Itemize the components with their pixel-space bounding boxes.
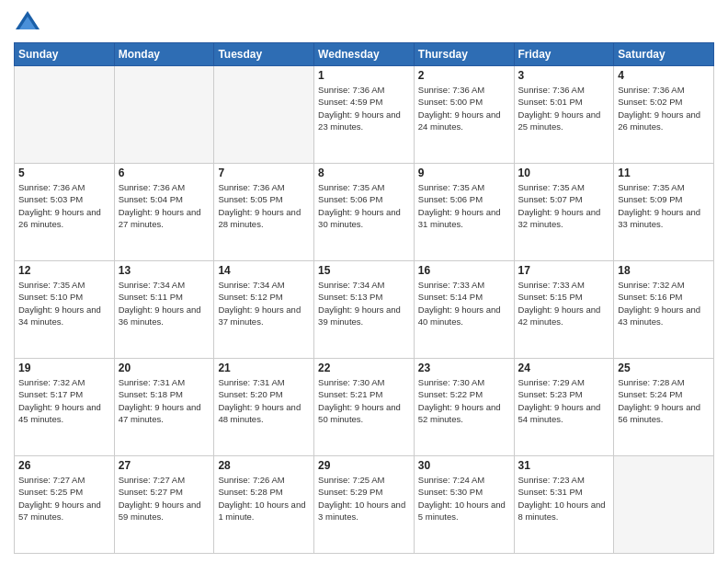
day-cell: 19Sunrise: 7:32 AM Sunset: 5:17 PM Dayli… <box>15 359 115 456</box>
day-number: 19 <box>18 362 110 374</box>
day-number: 12 <box>18 264 110 277</box>
day-number: 1 <box>318 69 410 82</box>
day-info: Sunrise: 7:35 AM Sunset: 5:07 PM Dayligh… <box>518 181 610 230</box>
day-cell: 29Sunrise: 7:25 AM Sunset: 5:29 PM Dayli… <box>314 456 415 554</box>
day-cell: 13Sunrise: 7:34 AM Sunset: 5:11 PM Dayli… <box>114 261 214 359</box>
logo-area <box>14 9 43 37</box>
day-cell: 9Sunrise: 7:35 AM Sunset: 5:06 PM Daylig… <box>414 164 514 261</box>
day-info: Sunrise: 7:36 AM Sunset: 5:02 PM Dayligh… <box>618 84 710 132</box>
day-number: 15 <box>318 264 410 277</box>
day-cell: 22Sunrise: 7:30 AM Sunset: 5:21 PM Dayli… <box>314 359 415 456</box>
day-cell <box>114 66 214 164</box>
week-row-4: 26Sunrise: 7:27 AM Sunset: 5:25 PM Dayli… <box>15 456 714 554</box>
header <box>14 9 714 37</box>
day-info: Sunrise: 7:26 AM Sunset: 5:28 PM Dayligh… <box>218 474 310 523</box>
day-cell: 4Sunrise: 7:36 AM Sunset: 5:02 PM Daylig… <box>614 66 714 164</box>
day-info: Sunrise: 7:36 AM Sunset: 5:05 PM Dayligh… <box>218 181 310 230</box>
day-number: 13 <box>119 264 210 277</box>
day-info: Sunrise: 7:25 AM Sunset: 5:29 PM Dayligh… <box>318 474 410 523</box>
day-cell: 18Sunrise: 7:32 AM Sunset: 5:16 PM Dayli… <box>614 261 714 359</box>
day-info: Sunrise: 7:33 AM Sunset: 5:14 PM Dayligh… <box>418 279 510 327</box>
day-cell: 21Sunrise: 7:31 AM Sunset: 5:20 PM Dayli… <box>214 359 314 456</box>
day-cell: 6Sunrise: 7:36 AM Sunset: 5:04 PM Daylig… <box>114 164 214 261</box>
day-cell: 15Sunrise: 7:34 AM Sunset: 5:13 PM Dayli… <box>314 261 415 359</box>
day-number: 25 <box>618 362 710 374</box>
day-info: Sunrise: 7:35 AM Sunset: 5:06 PM Dayligh… <box>318 181 410 230</box>
day-number: 6 <box>119 167 210 179</box>
weekday-sunday: Sunday <box>15 43 115 66</box>
day-info: Sunrise: 7:31 AM Sunset: 5:20 PM Dayligh… <box>218 376 310 425</box>
day-number: 20 <box>119 362 210 374</box>
day-info: Sunrise: 7:32 AM Sunset: 5:16 PM Dayligh… <box>618 279 710 327</box>
week-row-1: 5Sunrise: 7:36 AM Sunset: 5:03 PM Daylig… <box>15 164 714 261</box>
weekday-monday: Monday <box>114 43 214 66</box>
day-info: Sunrise: 7:32 AM Sunset: 5:17 PM Dayligh… <box>18 376 110 425</box>
page: SundayMondayTuesdayWednesdayThursdayFrid… <box>0 0 728 563</box>
day-cell: 14Sunrise: 7:34 AM Sunset: 5:12 PM Dayli… <box>214 261 314 359</box>
day-number: 4 <box>618 69 710 82</box>
day-info: Sunrise: 7:33 AM Sunset: 5:15 PM Dayligh… <box>518 279 610 327</box>
week-row-0: 1Sunrise: 7:36 AM Sunset: 4:59 PM Daylig… <box>15 66 714 164</box>
day-cell: 20Sunrise: 7:31 AM Sunset: 5:18 PM Dayli… <box>114 359 214 456</box>
day-info: Sunrise: 7:30 AM Sunset: 5:21 PM Dayligh… <box>318 376 410 425</box>
day-info: Sunrise: 7:34 AM Sunset: 5:13 PM Dayligh… <box>318 279 410 327</box>
week-row-2: 12Sunrise: 7:35 AM Sunset: 5:10 PM Dayli… <box>15 261 714 359</box>
calendar-table: SundayMondayTuesdayWednesdayThursdayFrid… <box>14 42 714 554</box>
weekday-friday: Friday <box>514 43 614 66</box>
day-cell: 31Sunrise: 7:23 AM Sunset: 5:31 PM Dayli… <box>514 456 614 554</box>
day-number: 17 <box>518 264 610 277</box>
day-number: 8 <box>318 167 410 179</box>
day-cell: 1Sunrise: 7:36 AM Sunset: 4:59 PM Daylig… <box>314 66 415 164</box>
day-info: Sunrise: 7:34 AM Sunset: 5:12 PM Dayligh… <box>218 279 310 327</box>
day-info: Sunrise: 7:28 AM Sunset: 5:24 PM Dayligh… <box>618 376 710 425</box>
day-cell: 7Sunrise: 7:36 AM Sunset: 5:05 PM Daylig… <box>214 164 314 261</box>
day-cell: 24Sunrise: 7:29 AM Sunset: 5:23 PM Dayli… <box>514 359 614 456</box>
day-cell: 28Sunrise: 7:26 AM Sunset: 5:28 PM Dayli… <box>214 456 314 554</box>
day-cell: 3Sunrise: 7:36 AM Sunset: 5:01 PM Daylig… <box>514 66 614 164</box>
day-info: Sunrise: 7:36 AM Sunset: 5:00 PM Dayligh… <box>418 84 510 132</box>
day-number: 24 <box>518 362 610 374</box>
day-number: 22 <box>318 362 410 374</box>
day-cell: 25Sunrise: 7:28 AM Sunset: 5:24 PM Dayli… <box>614 359 714 456</box>
day-cell: 27Sunrise: 7:27 AM Sunset: 5:27 PM Dayli… <box>114 456 214 554</box>
day-cell: 30Sunrise: 7:24 AM Sunset: 5:30 PM Dayli… <box>414 456 514 554</box>
day-cell: 23Sunrise: 7:30 AM Sunset: 5:22 PM Dayli… <box>414 359 514 456</box>
day-cell: 12Sunrise: 7:35 AM Sunset: 5:10 PM Dayli… <box>15 261 115 359</box>
day-number: 16 <box>418 264 510 277</box>
day-number: 18 <box>618 264 710 277</box>
day-cell <box>614 456 714 554</box>
logo-icon <box>14 9 41 37</box>
day-info: Sunrise: 7:27 AM Sunset: 5:25 PM Dayligh… <box>18 474 110 523</box>
day-info: Sunrise: 7:35 AM Sunset: 5:10 PM Dayligh… <box>18 279 110 327</box>
day-number: 26 <box>18 459 110 472</box>
day-info: Sunrise: 7:36 AM Sunset: 4:59 PM Dayligh… <box>318 84 410 132</box>
day-cell: 5Sunrise: 7:36 AM Sunset: 5:03 PM Daylig… <box>15 164 115 261</box>
day-info: Sunrise: 7:35 AM Sunset: 5:09 PM Dayligh… <box>618 181 710 230</box>
day-number: 2 <box>418 69 510 82</box>
day-info: Sunrise: 7:29 AM Sunset: 5:23 PM Dayligh… <box>518 376 610 425</box>
day-number: 30 <box>418 459 510 472</box>
day-number: 3 <box>518 69 610 82</box>
day-number: 31 <box>518 459 610 472</box>
day-info: Sunrise: 7:31 AM Sunset: 5:18 PM Dayligh… <box>119 376 210 425</box>
day-info: Sunrise: 7:27 AM Sunset: 5:27 PM Dayligh… <box>119 474 210 523</box>
week-row-3: 19Sunrise: 7:32 AM Sunset: 5:17 PM Dayli… <box>15 359 714 456</box>
day-cell <box>15 66 115 164</box>
weekday-saturday: Saturday <box>614 43 714 66</box>
day-cell: 10Sunrise: 7:35 AM Sunset: 5:07 PM Dayli… <box>514 164 614 261</box>
day-info: Sunrise: 7:24 AM Sunset: 5:30 PM Dayligh… <box>418 474 510 523</box>
day-number: 9 <box>418 167 510 179</box>
day-cell: 16Sunrise: 7:33 AM Sunset: 5:14 PM Dayli… <box>414 261 514 359</box>
day-info: Sunrise: 7:36 AM Sunset: 5:03 PM Dayligh… <box>18 181 110 230</box>
weekday-thursday: Thursday <box>414 43 514 66</box>
day-info: Sunrise: 7:35 AM Sunset: 5:06 PM Dayligh… <box>418 181 510 230</box>
day-info: Sunrise: 7:23 AM Sunset: 5:31 PM Dayligh… <box>518 474 610 523</box>
day-info: Sunrise: 7:34 AM Sunset: 5:11 PM Dayligh… <box>119 279 210 327</box>
day-number: 14 <box>218 264 310 277</box>
day-info: Sunrise: 7:30 AM Sunset: 5:22 PM Dayligh… <box>418 376 510 425</box>
day-number: 10 <box>518 167 610 179</box>
weekday-tuesday: Tuesday <box>214 43 314 66</box>
day-number: 29 <box>318 459 410 472</box>
day-cell: 26Sunrise: 7:27 AM Sunset: 5:25 PM Dayli… <box>15 456 115 554</box>
day-cell <box>214 66 314 164</box>
